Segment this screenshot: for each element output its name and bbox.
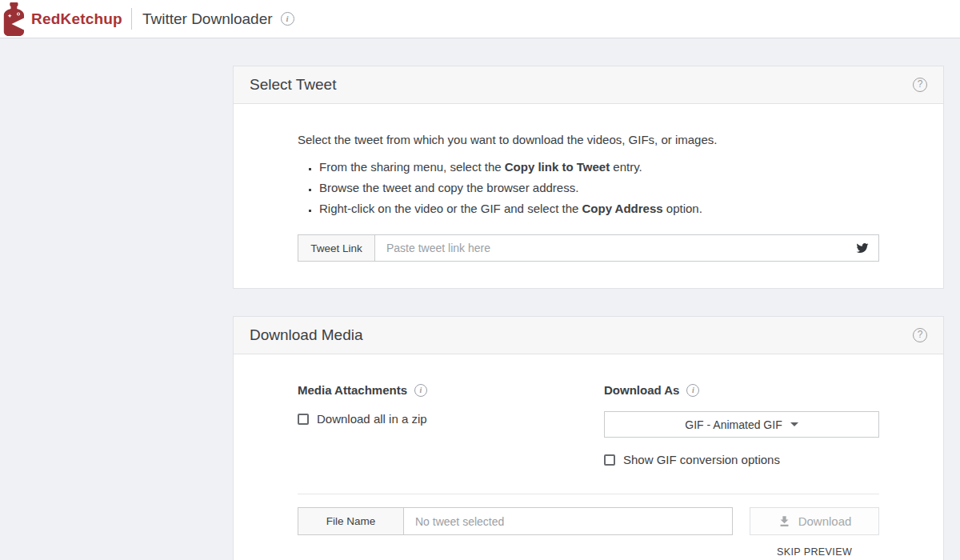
section-divider <box>298 494 879 494</box>
instruction-text: Right-click on the video or the GIF and … <box>319 202 582 215</box>
gif-options-checkbox-label: Show GIF conversion options <box>623 453 780 466</box>
topbar: RedKetchup Twitter Downloader <box>0 0 960 38</box>
topbar-divider <box>131 8 132 30</box>
format-select[interactable]: GIF - Animated GIF <box>604 411 879 438</box>
twitter-icon <box>855 242 870 254</box>
instruction-text: From the sharing menu, select the <box>319 160 505 174</box>
select-tweet-intro: Select the tweet from which you want to … <box>298 133 879 146</box>
download-media-help-icon[interactable] <box>913 328 927 342</box>
file-name-group: File Name <box>298 507 733 535</box>
download-media-card: Download Media Media Attachments Downloa… <box>233 316 944 560</box>
brand-name[interactable]: RedKetchup <box>31 10 122 28</box>
gif-options-checkbox-row[interactable]: Show GIF conversion options <box>604 453 879 466</box>
caret-down-icon <box>790 422 798 426</box>
tweet-link-input[interactable] <box>374 234 879 262</box>
download-as-header: Download As <box>604 383 879 397</box>
skip-preview-link[interactable]: SKIP PREVIEW <box>750 546 879 558</box>
download-as-info-icon[interactable] <box>686 384 699 397</box>
download-column: Download SKIP PREVIEW <box>750 507 879 558</box>
page-info-icon[interactable] <box>281 12 294 26</box>
download-media-card-header: Download Media <box>234 317 943 354</box>
file-row: File Name Download SKIP PREVIEW <box>298 507 879 558</box>
tweet-link-row: Tweet Link <box>298 234 879 262</box>
instruction-text: option. <box>663 202 702 215</box>
format-select-value: GIF - Animated GIF <box>685 418 782 431</box>
zip-checkbox[interactable] <box>298 414 309 425</box>
tweet-link-input-wrap <box>374 234 879 262</box>
download-media-body: Media Attachments Download all in a zip … <box>234 354 943 560</box>
redketchup-logo-icon[interactable] <box>2 2 26 36</box>
tweet-link-label: Tweet Link <box>298 234 374 262</box>
select-tweet-help-icon[interactable] <box>913 78 927 92</box>
instruction-bold: Copy link to Tweet <box>505 160 610 174</box>
download-as-column: Download As GIF - Animated GIF Show GIF … <box>604 383 879 466</box>
download-media-title: Download Media <box>250 326 363 344</box>
media-attachments-info-icon[interactable] <box>414 384 427 397</box>
media-attachments-label: Media Attachments <box>298 383 407 397</box>
media-attachments-header: Media Attachments <box>298 383 604 397</box>
download-icon <box>778 514 791 528</box>
instruction-list: From the sharing menu, select the Copy l… <box>298 160 879 215</box>
zip-checkbox-label: Download all in a zip <box>317 412 427 426</box>
file-name-label: File Name <box>298 507 403 535</box>
gif-options-checkbox[interactable] <box>604 454 615 466</box>
media-attachments-column: Media Attachments Download all in a zip <box>298 383 604 466</box>
instruction-bold: Copy Address <box>582 202 663 215</box>
instruction-item: From the sharing menu, select the Copy l… <box>319 160 879 174</box>
instruction-text: Browse the tweet and copy the browser ad… <box>319 181 578 194</box>
instruction-item: Right-click on the video or the GIF and … <box>319 202 879 215</box>
download-button[interactable]: Download <box>750 507 879 535</box>
select-tweet-body: Select the tweet from which you want to … <box>234 104 943 288</box>
options-columns: Media Attachments Download all in a zip … <box>298 383 879 466</box>
instruction-text: entry. <box>610 160 642 174</box>
instruction-item: Browse the tweet and copy the browser ad… <box>319 181 879 194</box>
main-content: Select Tweet Select the tweet from which… <box>233 66 944 560</box>
file-name-input[interactable] <box>403 507 733 535</box>
file-name-input-wrap <box>403 507 733 535</box>
select-tweet-card-header: Select Tweet <box>234 66 943 104</box>
page-title: Twitter Downloader <box>142 10 273 28</box>
download-as-label: Download As <box>604 383 679 397</box>
zip-checkbox-row[interactable]: Download all in a zip <box>298 412 604 426</box>
select-tweet-card: Select Tweet Select the tweet from which… <box>233 66 944 289</box>
download-button-label: Download <box>798 514 852 528</box>
select-tweet-title: Select Tweet <box>250 76 336 94</box>
